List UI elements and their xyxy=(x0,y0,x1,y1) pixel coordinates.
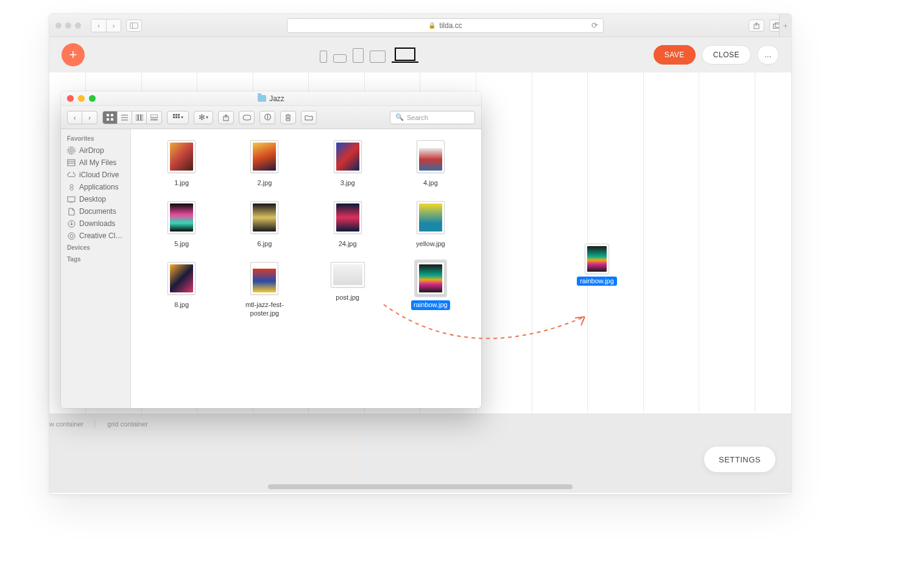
finder-search[interactable]: 🔍 Search xyxy=(390,111,475,124)
share-button[interactable] xyxy=(218,111,234,124)
sidebar-item-label: All My Files xyxy=(79,158,116,167)
arrange-button[interactable]: ▾ xyxy=(167,111,189,124)
sidebar-item-label: Downloads xyxy=(79,219,115,228)
allfiles-icon xyxy=(67,158,76,167)
container-tab[interactable]: grid container xyxy=(107,420,159,428)
svg-rect-8 xyxy=(111,118,113,121)
file-item[interactable]: rainbow.jpg xyxy=(391,260,470,317)
downloads-icon xyxy=(67,219,76,228)
zoom-window-button[interactable] xyxy=(89,95,96,102)
back-button[interactable]: ‹ xyxy=(68,111,82,124)
new-tab-button[interactable]: + xyxy=(779,14,791,37)
back-button[interactable]: ‹ xyxy=(91,19,106,32)
file-item[interactable]: 8.jpg xyxy=(142,260,221,317)
app-right-buttons: SAVE CLOSE … xyxy=(654,45,779,65)
more-button[interactable]: … xyxy=(757,45,779,65)
sidebar-item-label: Documents xyxy=(79,207,116,216)
sidebar-item[interactable]: All My Files xyxy=(61,157,130,169)
url-bar[interactable]: 🔒 tilda.cc ⟳ xyxy=(287,18,604,33)
horizontal-scrollbar[interactable] xyxy=(268,484,573,489)
list-view-button[interactable] xyxy=(118,111,132,124)
sidebar-item[interactable]: Documents xyxy=(61,205,130,217)
grid-small-icon xyxy=(173,114,180,121)
file-item[interactable]: 1.jpg xyxy=(142,138,221,188)
column-view-button[interactable] xyxy=(132,111,147,124)
add-block-button[interactable]: + xyxy=(62,43,85,66)
folder-icon xyxy=(258,95,266,102)
tag-icon xyxy=(242,115,251,121)
dragged-file[interactable]: rainbow.jpg xyxy=(579,244,615,286)
action-button[interactable]: ✻▾ xyxy=(194,111,213,124)
finder-sidebar: FavoritesAirDropAll My FilesiCloud Drive… xyxy=(61,129,131,408)
sidebar-toggle-button[interactable] xyxy=(126,19,142,32)
search-icon: 🔍 xyxy=(395,113,404,121)
save-button[interactable]: SAVE xyxy=(654,45,696,65)
info-button[interactable]: ⓘ xyxy=(259,111,275,124)
file-item[interactable]: 4.jpg xyxy=(391,138,470,188)
settings-button[interactable]: SETTINGS xyxy=(704,447,775,472)
file-item[interactable]: 24.jpg xyxy=(308,199,387,249)
file-thumbnail xyxy=(250,262,278,295)
cloud-icon xyxy=(67,171,76,179)
sidebar-item[interactable]: iCloud Drive xyxy=(61,169,130,181)
file-label: 5.jpg xyxy=(172,239,191,249)
dot[interactable] xyxy=(55,23,62,29)
file-item[interactable]: post.jpg xyxy=(308,260,387,317)
viewport-tablet-landscape-icon[interactable] xyxy=(370,51,386,63)
file-item[interactable]: 5.jpg xyxy=(142,199,221,249)
container-tab[interactable]: w container xyxy=(49,420,95,428)
forward-button[interactable]: › xyxy=(82,111,97,124)
minimize-window-button[interactable] xyxy=(78,95,85,102)
finder-file-grid[interactable]: 1.jpg2.jpg3.jpg4.jpg5.jpg6.jpg24.jpgyell… xyxy=(131,129,481,408)
viewport-phone-icon[interactable] xyxy=(320,51,327,63)
icon-view-button[interactable] xyxy=(103,111,118,124)
apps-icon xyxy=(67,183,76,191)
columns-icon xyxy=(136,115,143,121)
file-thumbnail xyxy=(585,244,609,274)
reload-icon[interactable]: ⟳ xyxy=(591,21,598,30)
sidebar-item[interactable]: Desktop xyxy=(61,193,130,205)
forward-button[interactable]: › xyxy=(106,19,121,32)
viewport-phone-landscape-icon[interactable] xyxy=(333,54,347,63)
delete-button[interactable] xyxy=(280,111,296,124)
info-icon: ⓘ xyxy=(264,113,271,122)
file-item[interactable]: 3.jpg xyxy=(308,138,387,188)
sidebar-item[interactable]: AirDrop xyxy=(61,144,130,157)
gallery-view-button[interactable] xyxy=(147,111,161,124)
file-item[interactable]: 6.jpg xyxy=(225,199,304,249)
file-item[interactable]: yellow.jpg xyxy=(391,199,470,249)
sidebar-item[interactable]: Creative Cl… xyxy=(61,230,130,242)
dot[interactable] xyxy=(65,23,71,29)
browser-toolbar: ‹ › 🔒 tilda.cc ⟳ + xyxy=(49,14,791,37)
window-controls[interactable] xyxy=(55,23,81,29)
close-button[interactable]: CLOSE xyxy=(702,45,751,65)
sidebar-item[interactable]: Applications xyxy=(61,181,130,193)
svg-point-26 xyxy=(69,148,74,154)
file-label: 24.jpg xyxy=(336,239,359,249)
tags-button[interactable] xyxy=(239,111,255,124)
sidebar-item[interactable]: Downloads xyxy=(61,217,130,230)
viewport-tablet-icon[interactable] xyxy=(353,48,364,63)
file-item[interactable]: mtl-jazz-fest-poster.jpg xyxy=(225,260,304,317)
trash-icon xyxy=(285,114,291,121)
svg-rect-22 xyxy=(175,116,177,118)
viewport-switcher xyxy=(320,48,418,63)
close-window-button[interactable] xyxy=(67,95,74,102)
finder-titlebar[interactable]: Jazz xyxy=(61,91,481,106)
file-thumbnail xyxy=(250,201,278,234)
file-label: 2.jpg xyxy=(255,178,274,188)
search-placeholder: Search xyxy=(407,114,428,121)
sidebar-section-header: Favorites xyxy=(61,133,130,144)
file-item[interactable]: 2.jpg xyxy=(225,138,304,188)
sidebar-section-header: Devices xyxy=(61,242,130,253)
file-label: mtl-jazz-fest-poster.jpg xyxy=(234,300,295,317)
grid-icon xyxy=(107,114,113,121)
dot[interactable] xyxy=(75,23,81,29)
svg-rect-19 xyxy=(175,114,177,116)
viewport-desktop-icon[interactable] xyxy=(392,48,418,63)
file-thumbnail xyxy=(334,201,362,234)
svg-rect-15 xyxy=(150,115,158,118)
new-folder-button[interactable] xyxy=(301,111,317,124)
share-button[interactable] xyxy=(749,19,764,32)
panel-icon xyxy=(130,23,138,29)
